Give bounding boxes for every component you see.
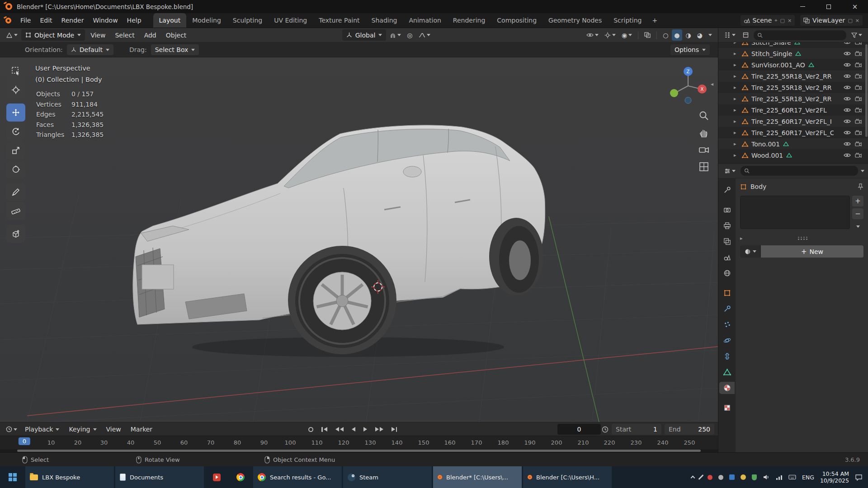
outliner-filter-dropdown[interactable] [849,29,864,41]
tray-network-icon[interactable] [776,474,783,480]
tab-geometry-nodes[interactable]: Geometry Nodes [542,13,608,28]
hide-in-viewport-icon[interactable] [844,153,851,158]
tray-pen-icon[interactable] [700,474,702,480]
disable-in-render-icon[interactable] [855,119,862,124]
menu-add[interactable]: Add [140,32,160,39]
hide-in-viewport-icon[interactable] [844,96,851,101]
camera-view-icon[interactable] [698,144,710,156]
properties-options-dropdown[interactable] [861,170,864,172]
menu-select[interactable]: Select [111,32,138,39]
hide-in-viewport-icon[interactable] [844,119,851,124]
new-viewlayer-icon[interactable]: ▢ [848,18,852,23]
transform-orientation-dropdown[interactable]: Global [342,29,387,41]
outliner-scrollbar[interactable] [865,44,868,137]
orthographic-toggle-icon[interactable] [698,161,710,173]
unlink-scene-icon[interactable]: × [788,18,792,23]
tab-modifiers[interactable] [719,303,735,315]
orientation-setting-dropdown[interactable]: Default [67,44,113,55]
hide-in-viewport-icon[interactable] [844,51,851,56]
tray-speaker-icon[interactable] [763,474,770,480]
outliner-row[interactable]: ▸ Tire_225_60R17_Ver2FL_I [718,116,868,127]
scene-selector[interactable]: Scene ⌖ ▢ × [741,15,795,26]
viewport-3d[interactable]: User Perspective (0) Collection | Body O… [0,57,718,422]
tab-shading[interactable]: Shading [366,13,403,28]
blender-menu-icon[interactable] [5,18,11,23]
tool-scale[interactable] [6,141,25,160]
breadcrumb-object-name[interactable]: Body [750,183,766,190]
object-name[interactable]: Tire_225_60R17_Ver2FL_I [751,118,832,125]
sidebar-toggle-arrow[interactable]: ◂ [711,81,713,87]
menu-render[interactable]: Render [57,17,89,24]
gizmo-y-axis[interactable] [670,89,678,97]
start-button[interactable] [0,466,25,488]
disable-in-render-icon[interactable] [855,62,862,67]
previous-keyframe-button[interactable] [333,425,346,434]
object-name[interactable]: Stitch_Share [751,42,791,46]
proportional-editing-toggle[interactable]: ◎ [405,29,415,41]
new-scene-icon[interactable]: ▢ [780,18,784,23]
notification-center-icon[interactable] [855,474,863,481]
frame-end-field[interactable]: End250 [665,424,714,435]
auto-keying-button[interactable] [306,425,316,434]
pin-icon[interactable] [858,183,863,190]
outliner-row[interactable]: ▸ Stitch_Share [718,42,868,48]
timeline-scrollbar[interactable] [0,449,718,452]
outliner-row[interactable]: ▸ Tire_225_55R18_Ver2_RR [718,82,868,93]
tab-render[interactable] [719,204,735,216]
clock[interactable]: 10:54 AM 10/9/2025 [820,470,849,484]
new-material-button[interactable]: + New [761,245,863,258]
object-name[interactable]: Tono.001 [751,141,780,148]
shading-wireframe-button[interactable]: ○ [660,29,670,41]
next-keyframe-button[interactable] [373,425,386,434]
properties-editor-dropdown[interactable] [722,165,738,177]
object-name[interactable]: Tire_225_55R18_Ver2_RR [751,95,831,103]
expand-arrow-icon[interactable]: ▸ [734,152,742,158]
tab-constraints[interactable] [719,350,735,362]
frame-start-field[interactable]: Start1 [612,424,661,435]
outliner-search-input[interactable] [754,30,846,40]
hide-in-viewport-icon[interactable] [844,42,851,45]
mode-selector[interactable]: Object Mode [21,29,85,41]
taskbar-app-chrome[interactable] [229,466,252,488]
taskbar-app-media[interactable] [205,466,228,488]
disable-in-render-icon[interactable] [855,51,862,56]
menu-playback[interactable]: Playback [21,426,63,433]
hide-in-viewport-icon[interactable] [844,85,851,90]
outliner-editor-dropdown[interactable] [722,29,738,41]
tab-layout[interactable]: Layout [153,13,187,28]
visibility-dropdown[interactable] [584,29,601,41]
tool-transform[interactable] [6,160,25,178]
disable-in-render-icon[interactable] [855,74,862,79]
tab-material[interactable] [719,382,735,394]
disable-in-render-icon[interactable] [855,141,862,146]
close-button[interactable]: × [842,0,868,13]
unlink-viewlayer-icon[interactable]: × [855,18,859,23]
hide-in-viewport-icon[interactable] [844,141,851,146]
tool-move[interactable] [6,103,25,122]
tray-app-blue-icon[interactable] [729,474,735,480]
menu-help[interactable]: Help [123,17,146,24]
tool-measure[interactable] [6,202,25,220]
add-slot-button[interactable]: + [852,196,863,206]
tab-rendering[interactable]: Rendering [447,13,491,28]
shading-solid-button[interactable]: ● [672,29,682,41]
hide-in-viewport-icon[interactable] [844,74,851,79]
tab-world[interactable] [719,267,735,279]
outliner-row[interactable]: ▸ SunVisor.001_AO [718,59,868,70]
expand-arrow-icon[interactable]: ▸ [734,130,742,136]
remove-slot-button[interactable]: − [852,208,863,219]
play-reverse-button[interactable] [349,425,358,434]
disable-in-render-icon[interactable] [855,85,862,90]
object-name[interactable]: Tire_225_55R18_Ver2_RR [751,84,831,91]
tray-keyboard-icon[interactable] [788,474,796,480]
tab-scene[interactable] [719,251,735,263]
taskbar-app-explorer-lbx[interactable]: LBX Bespoke [25,466,114,488]
gizmos-dropdown[interactable] [602,29,618,41]
menu-file[interactable]: File [16,17,35,24]
menu-edit[interactable]: Edit [35,17,57,24]
shading-material-button[interactable]: ◑ [684,29,693,41]
playhead[interactable]: 0 [19,437,30,445]
viewlayer-selector[interactable]: ViewLayer ▢ × [800,15,863,26]
current-frame-field[interactable]: 0 [557,424,601,435]
outliner-row[interactable]: ▸ Tire_225_60R17_Ver2FL_C [718,127,868,138]
